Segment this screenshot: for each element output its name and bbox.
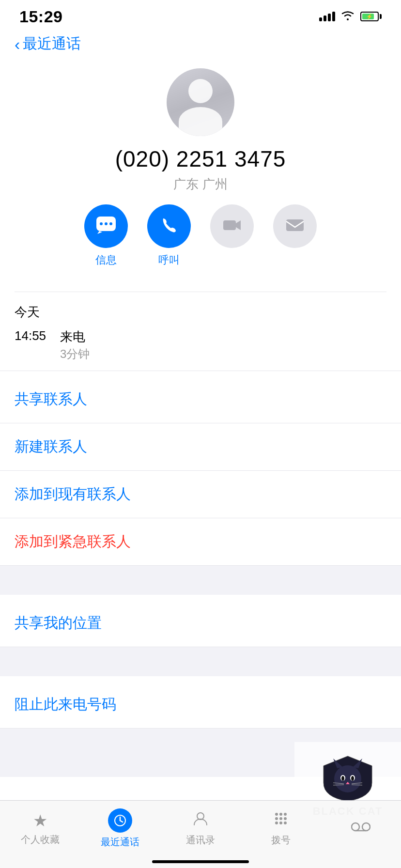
voicemail-icon: [351, 818, 370, 837]
phone-number: (020) 2251 3475: [115, 146, 286, 172]
svg-rect-5: [286, 219, 304, 231]
battery-icon: ⚡: [360, 12, 382, 21]
back-button[interactable]: ‹ 最近通话: [15, 34, 81, 54]
svg-point-26: [351, 776, 354, 781]
gray-separator-1: [0, 566, 401, 595]
svg-point-17: [352, 823, 359, 831]
svg-point-18: [362, 823, 370, 831]
svg-rect-4: [223, 220, 236, 230]
call-time: 14:55: [15, 328, 53, 343]
message-button[interactable]: 信息: [84, 204, 128, 267]
favorites-label: 个人收藏: [21, 833, 60, 846]
video-button[interactable]: [210, 204, 254, 253]
action-buttons: 信息 呼叫: [84, 204, 317, 267]
tab-keypad[interactable]: 拨号: [241, 810, 321, 847]
share-contact-item[interactable]: 共享联系人: [0, 376, 401, 423]
video-btn-circle: [210, 204, 254, 248]
status-time: 15:29: [19, 7, 62, 26]
tab-bar: ★ 个人收藏 最近通话 通讯录: [0, 800, 401, 868]
location-text: 广东 广州: [173, 176, 227, 193]
avatar: [167, 68, 234, 136]
recents-icon-circle: [108, 808, 132, 833]
call-label: 呼叫: [158, 253, 180, 267]
tab-voicemail[interactable]: [321, 818, 401, 839]
call-info: 来电 3分钟: [60, 328, 90, 362]
contacts-label: 通讯录: [186, 834, 215, 847]
call-button[interactable]: 呼叫: [147, 204, 191, 267]
svg-point-12: [279, 817, 282, 820]
svg-point-8: [275, 813, 278, 816]
wifi-icon: [341, 10, 355, 23]
svg-point-10: [284, 813, 287, 816]
favorites-icon: ★: [33, 811, 47, 830]
avatar-silhouette: [167, 68, 234, 136]
message-icon: [95, 216, 117, 237]
watermark-logo-icon: [319, 754, 377, 802]
signal-icon: [319, 12, 335, 21]
block-list: 阻止此来电号码: [0, 681, 401, 728]
call-history-date: 今天: [15, 304, 386, 321]
svg-point-13: [284, 817, 287, 820]
mail-button[interactable]: [273, 204, 317, 253]
nav-bar: ‹ 最近通话: [0, 29, 401, 59]
svg-point-11: [275, 817, 278, 820]
call-type: 来电: [60, 328, 90, 345]
contact-actions-list: 共享联系人 新建联系人 添加到现有联系人 添加到紧急联系人: [0, 376, 401, 566]
message-label: 信息: [95, 253, 117, 267]
mail-icon: [284, 215, 306, 238]
svg-point-9: [279, 813, 282, 816]
call-duration: 3分钟: [60, 346, 90, 362]
add-existing-item[interactable]: 添加到现有联系人: [0, 471, 401, 518]
message-btn-circle: [84, 204, 128, 248]
call-icon: [158, 215, 180, 238]
svg-point-25: [341, 776, 344, 781]
keypad-icon: [273, 810, 289, 831]
svg-point-14: [275, 822, 278, 824]
svg-point-1: [100, 222, 103, 225]
status-icons: ⚡: [319, 10, 382, 23]
video-icon: [221, 215, 243, 238]
call-btn-circle: [147, 204, 191, 248]
svg-point-2: [105, 222, 108, 225]
svg-point-15: [279, 822, 282, 824]
status-bar: 15:29 ⚡: [0, 0, 401, 29]
tab-favorites[interactable]: ★ 个人收藏: [0, 811, 80, 846]
share-location-item[interactable]: 共享我的位置: [0, 600, 401, 647]
list-top-separator: [0, 371, 401, 371]
recents-label: 最近通话: [101, 836, 139, 849]
home-indicator: [152, 860, 249, 863]
keypad-label: 拨号: [271, 834, 291, 847]
contacts-icon: [192, 810, 209, 831]
contact-header: (020) 2251 3475 广东 广州: [0, 59, 401, 292]
call-entry: 14:55 来电 3分钟: [15, 328, 386, 362]
back-label: 最近通话: [23, 34, 81, 54]
svg-point-3: [109, 222, 112, 225]
add-emergency-item[interactable]: 添加到紧急联系人: [0, 518, 401, 566]
location-list: 共享我的位置: [0, 600, 401, 647]
gray-separator-2: [0, 647, 401, 676]
call-history-section: 今天 14:55 来电 3分钟: [0, 292, 401, 371]
mail-btn-circle: [273, 204, 317, 248]
new-contact-item[interactable]: 新建联系人: [0, 423, 401, 471]
back-chevron-icon: ‹: [15, 36, 20, 52]
svg-point-20: [334, 765, 361, 792]
svg-point-16: [284, 822, 287, 824]
block-number-item[interactable]: 阻止此来电号码: [0, 681, 401, 728]
tab-contacts[interactable]: 通讯录: [160, 810, 241, 847]
tab-recents[interactable]: 最近通话: [80, 808, 161, 849]
svg-point-7: [197, 813, 204, 820]
